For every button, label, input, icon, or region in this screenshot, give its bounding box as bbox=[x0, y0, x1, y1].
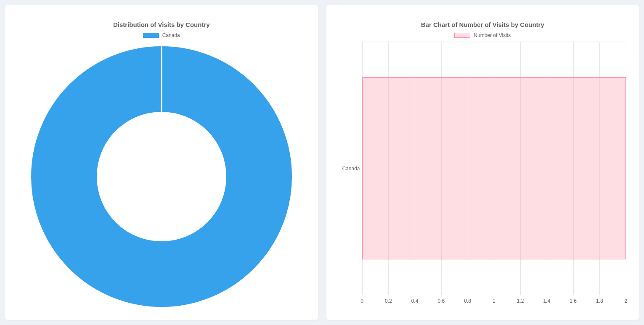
x-tick-label: 2 bbox=[625, 298, 628, 304]
legend-item-label: Canada bbox=[162, 32, 180, 38]
x-tick-label: 1 bbox=[493, 298, 496, 304]
bar-plot-area[interactable]: 00.20.40.60.811.21.41.61.82Canada bbox=[362, 42, 627, 295]
legend-swatch-icon bbox=[143, 33, 159, 38]
dashboard: Distribution of Visits by Country Canada… bbox=[0, 0, 644, 325]
y-tick-label: Canada bbox=[337, 166, 360, 172]
donut-chart-card: Distribution of Visits by Country Canada bbox=[5, 5, 318, 320]
legend-item-visits[interactable]: Number of Visits bbox=[454, 32, 511, 38]
donut-chart-title: Distribution of Visits by Country bbox=[13, 21, 310, 28]
legend-item-canada[interactable]: Canada bbox=[143, 32, 180, 38]
x-tick-label: 1.4 bbox=[543, 298, 550, 304]
x-tick-label: 0.2 bbox=[385, 298, 392, 304]
bar-canada[interactable] bbox=[362, 77, 626, 259]
svg-rect-1 bbox=[161, 46, 162, 144]
bar-chart-title: Bar Chart of Number of Visits by Country bbox=[335, 21, 631, 28]
x-tick-label: 1.8 bbox=[596, 298, 603, 304]
x-tick-label: 1.2 bbox=[517, 298, 524, 304]
x-tick-label: 0.8 bbox=[464, 298, 471, 304]
legend-swatch-icon bbox=[454, 33, 470, 38]
x-tick-label: 0.6 bbox=[437, 298, 445, 304]
x-tick-label: 0.4 bbox=[411, 298, 419, 304]
legend-item-label: Number of Visits bbox=[474, 32, 511, 38]
donut-legend[interactable]: Canada bbox=[13, 32, 310, 38]
bar-chart-card: Bar Chart of Number of Visits by Country… bbox=[326, 5, 639, 320]
donut-chart[interactable] bbox=[31, 46, 292, 307]
donut-plot-area bbox=[13, 42, 310, 312]
x-tick-label: 1.6 bbox=[570, 298, 577, 304]
bar-legend[interactable]: Number of Visits bbox=[335, 32, 631, 38]
bar-plot-wrap: 00.20.40.60.811.21.41.61.82Canada bbox=[335, 42, 631, 312]
x-tick-label: 0 bbox=[360, 298, 363, 304]
gridline bbox=[626, 42, 626, 295]
